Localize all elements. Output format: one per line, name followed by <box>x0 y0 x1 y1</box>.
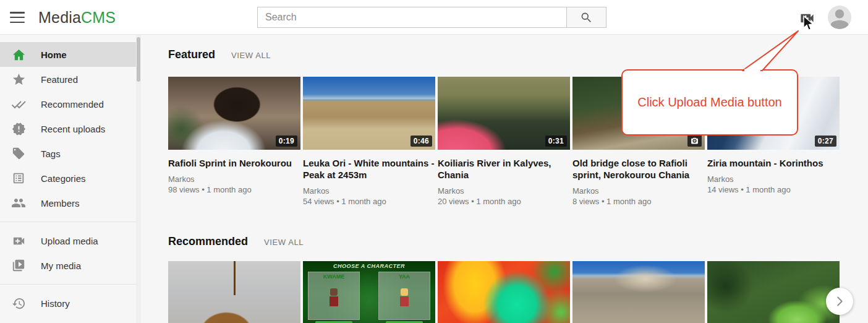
sidebar-scrollbar[interactable] <box>136 35 141 323</box>
menu-icon[interactable] <box>10 11 25 24</box>
list-icon <box>11 171 26 186</box>
duration-badge: 0:27 <box>815 136 836 147</box>
sidebar-divider <box>0 222 141 222</box>
logo-text-cms: CMS <box>81 9 116 26</box>
chevron-right-icon <box>833 295 846 308</box>
featured-section-header: Featured VIEW ALL <box>168 48 271 61</box>
sidebar-item-label: Home <box>41 50 67 60</box>
view-all-link[interactable]: VIEW ALL <box>264 238 304 247</box>
sidebar-divider <box>0 284 141 285</box>
media-card[interactable]: 0:19 Rafioli Sprint in Nerokourou Markos… <box>168 77 300 207</box>
media-author[interactable]: Markos <box>438 186 570 196</box>
sidebar-item-label: Recent uploads <box>41 124 105 134</box>
media-author[interactable]: Markos <box>572 186 705 196</box>
new-releases-icon <box>11 121 26 136</box>
tag-icon <box>11 146 26 161</box>
character-sprite <box>400 288 409 309</box>
video-thumbnail[interactable] <box>438 261 570 323</box>
video-thumbnail[interactable] <box>168 261 300 323</box>
video-thumbnail[interactable]: 0:46 <box>303 77 435 150</box>
sidebar-item-label: Categories <box>41 173 86 184</box>
sidebar-item-label: My media <box>41 261 81 271</box>
sidebar-item-categories[interactable]: Categories <box>0 166 141 191</box>
sidebar-item-tags[interactable]: Tags <box>0 141 141 166</box>
view-all-link[interactable]: VIEW ALL <box>231 51 271 60</box>
logo-text-media: Media <box>38 9 81 26</box>
user-avatar[interactable] <box>828 6 851 29</box>
media-card[interactable] <box>438 261 570 323</box>
recommended-row: CHOOSE A CHARACTER KWAME YAA Selected Se… <box>168 261 840 323</box>
section-title: Featured <box>168 48 215 61</box>
sidebar-item-my-media[interactable]: My media <box>0 253 141 278</box>
section-title: Recommended <box>168 235 248 248</box>
media-title[interactable]: Koiliaris River in Kalyves, Chania <box>438 157 570 181</box>
sidebar-item-label: Members <box>41 198 80 209</box>
person-icon <box>828 6 851 29</box>
double-check-icon <box>11 97 26 111</box>
media-card[interactable] <box>707 261 840 323</box>
media-title[interactable]: Leuka Ori - White mountains - Peak at 24… <box>303 157 435 181</box>
upload-media-icon <box>11 233 26 248</box>
people-icon <box>11 196 26 210</box>
media-meta: 8 views • 1 month ago <box>572 196 705 207</box>
photo-badge <box>687 135 702 147</box>
media-meta: 14 views • 1 month ago <box>707 184 840 195</box>
media-author[interactable]: Markos <box>707 174 840 184</box>
video-library-icon <box>11 258 26 273</box>
sidebar-item-label: Upload media <box>41 236 98 246</box>
tooltip-callout: Click Upload Media button <box>621 69 798 136</box>
sidebar-item-label: Recommended <box>41 99 104 110</box>
recommended-section-header: Recommended VIEW ALL <box>168 235 304 248</box>
thumbnail-text: CHOOSE A CHARACTER <box>303 263 435 269</box>
sidebar-item-history[interactable]: History <box>0 291 141 316</box>
media-meta: 20 views • 1 month ago <box>438 196 570 207</box>
sidebar-item-label: History <box>41 298 70 309</box>
media-card[interactable]: 0:31 Koiliaris River in Kalyves, Chania … <box>438 77 570 207</box>
upload-media-icon <box>799 10 815 27</box>
sidebar-item-home[interactable]: Home <box>0 42 141 67</box>
media-author[interactable]: Markos <box>168 174 300 184</box>
sidebar-item-recommended[interactable]: Recommended <box>0 92 141 116</box>
media-title[interactable]: Old bridge close to Rafioli sprint, Nero… <box>572 157 705 181</box>
character-sprite <box>330 288 338 309</box>
sidebar-item-featured[interactable]: Featured <box>0 67 141 92</box>
media-title[interactable]: Ziria mountain - Korinthos <box>707 157 840 169</box>
duration-badge: 0:31 <box>545 136 567 147</box>
duration-badge: 0:46 <box>411 136 432 147</box>
sidebar-item-upload-media[interactable]: Upload media <box>0 228 141 253</box>
video-thumbnail[interactable]: 0:31 <box>438 77 570 150</box>
upload-media-button[interactable] <box>798 9 815 27</box>
search-input[interactable] <box>257 7 567 28</box>
media-meta: 98 views • 1 month ago <box>168 184 300 195</box>
app-logo[interactable]: MediaCMS <box>38 0 116 35</box>
sidebar-item-recent-uploads[interactable]: Recent uploads <box>0 116 141 141</box>
media-card[interactable]: 0:46 Leuka Ori - White mountains - Peak … <box>303 77 435 207</box>
video-thumbnail[interactable]: 0:19 <box>168 77 300 150</box>
search-bar <box>257 7 606 28</box>
sidebar-item-label: Tags <box>41 149 61 159</box>
character-panel: YAA <box>378 272 430 320</box>
media-author[interactable]: Markos <box>303 186 435 196</box>
tooltip-text: Click Upload Media button <box>637 95 781 110</box>
character-panel: KWAME <box>308 272 360 320</box>
duration-badge: 0:19 <box>276 136 297 147</box>
media-title[interactable]: Rafioli Sprint in Nerokourou <box>168 157 300 169</box>
history-icon <box>11 296 26 311</box>
home-icon <box>11 47 26 62</box>
sidebar-item-label: Featured <box>41 74 78 85</box>
search-button[interactable] <box>567 7 606 28</box>
scrollbar-thumb[interactable] <box>137 37 140 82</box>
media-card[interactable] <box>572 261 705 323</box>
search-icon <box>580 11 593 24</box>
carousel-next-button[interactable] <box>826 288 853 315</box>
media-card[interactable] <box>168 261 300 323</box>
camera-icon <box>691 137 699 145</box>
sidebar: Home Featured Recommended Recent uploads… <box>0 35 141 323</box>
video-thumbnail[interactable] <box>572 261 705 323</box>
top-bar: MediaCMS <box>0 0 868 35</box>
sidebar-item-members[interactable]: Members <box>0 191 141 215</box>
video-thumbnail[interactable] <box>707 261 840 323</box>
media-card[interactable]: CHOOSE A CHARACTER KWAME YAA Selected Se… <box>303 261 435 323</box>
media-meta: 54 views • 1 month ago <box>303 196 435 207</box>
video-thumbnail[interactable]: CHOOSE A CHARACTER KWAME YAA Selected Se… <box>303 261 435 323</box>
